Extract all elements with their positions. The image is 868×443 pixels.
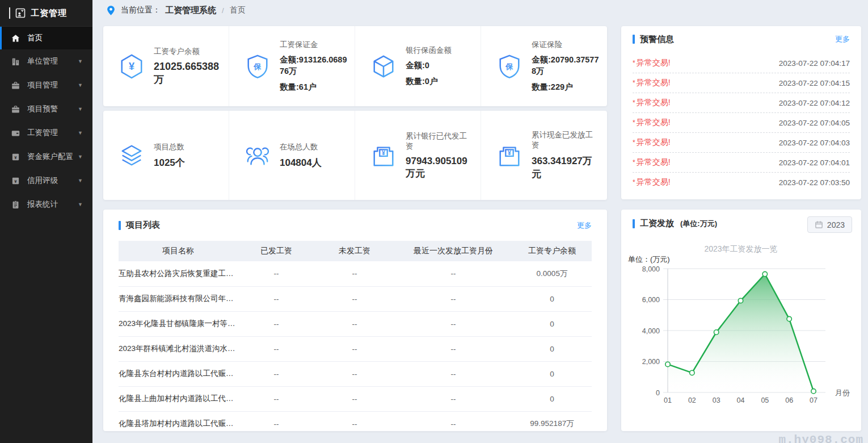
alert-item[interactable]: *异常交易!2023-07-22 07:04:01 <box>633 153 850 173</box>
table-row[interactable]: 2023年群科镇滩北村溢洪道沟水毁...------0 <box>119 336 592 361</box>
svg-text:保: 保 <box>253 62 262 71</box>
project-value-cell: -- <box>315 311 394 336</box>
table-row[interactable]: 2023年化隆县甘都镇隆康一村等6村...------0 <box>119 311 592 336</box>
shield-icon: 保 <box>245 53 271 80</box>
sidebar-menu: 首页单位管理▼项目管理▼项目预警▼工资管理▼¥资金账户配置▼¥信用评级▼报表统计… <box>0 27 92 216</box>
layers-icon <box>119 143 145 169</box>
sidebar-item-3[interactable]: 项目预警▼ <box>0 97 92 121</box>
svg-text:6,000: 6,000 <box>642 296 660 304</box>
alert-item[interactable]: *异常交易!2023-07-22 07:03:50 <box>633 173 850 189</box>
asterisk-icon: * <box>633 79 635 87</box>
svg-text:0: 0 <box>656 389 660 397</box>
table-row[interactable]: 化隆县塔加村村内道路以工代赈项目------99.952187万 <box>119 411 592 431</box>
svg-text:4,000: 4,000 <box>642 327 660 335</box>
asterisk-icon: * <box>633 59 635 67</box>
alert-text: *异常交易! <box>633 98 671 108</box>
chevron-down-icon: ▼ <box>78 106 83 112</box>
sidebar-item-5[interactable]: ¥资金账户配置▼ <box>0 145 92 169</box>
sidebar-item-0[interactable]: 首页 <box>0 27 92 49</box>
svg-text:07: 07 <box>810 396 818 404</box>
project-value-cell: -- <box>238 261 315 286</box>
asterisk-icon: * <box>633 139 635 147</box>
project-value-cell: -- <box>238 336 315 361</box>
stat-label: 累计银行已代发工资 <box>406 131 474 152</box>
project-value-cell: -- <box>315 386 394 411</box>
project-value-cell: -- <box>394 386 512 411</box>
breadcrumb-current[interactable]: 首页 <box>230 5 246 15</box>
wallet-icon <box>11 128 20 138</box>
stat-card-累计现金已发放工资: ¥累计现金已发放工资363.341927万元 <box>481 111 607 200</box>
alert-time: 2023-07-22 07:04:03 <box>779 139 850 147</box>
stats-row-2: 项目总数1025个在场总人数104804人¥累计银行已代发工资97943.905… <box>103 111 607 200</box>
column-header: 未发工资 <box>315 241 394 261</box>
project-value-cell: -- <box>315 336 394 361</box>
stat-card-累计银行已代发工资: ¥累计银行已代发工资97943.905109万元 <box>355 111 481 200</box>
project-name-cell: 青海鑫园新能源科技有限公司年产3... <box>119 286 238 311</box>
alert-text: *异常交易! <box>633 177 671 187</box>
table-row[interactable]: 化隆县东台村村内道路以工代赈项目------0 <box>119 361 592 386</box>
alert-text: *异常交易! <box>633 137 671 148</box>
cash-icon: ¥ <box>496 143 523 169</box>
alert-text: *异常交易! <box>633 157 671 168</box>
alert-time: 2023-07-22 07:04:05 <box>779 119 850 127</box>
project-name-cell: 互助县农村公路灾后恢复重建工程-2... <box>119 261 238 286</box>
alert-list: *异常交易!2023-07-22 07:04:17*异常交易!2023-07-2… <box>621 53 861 189</box>
project-name-cell: 化隆县塔加村村内道路以工代赈项目 <box>119 411 238 431</box>
breadcrumb-system-link[interactable]: 工资管理系统 <box>165 5 216 16</box>
column-header: 工资专户余额 <box>512 241 592 261</box>
sidebar-item-4[interactable]: 工资管理▼ <box>0 121 92 145</box>
stat-line: 金额:20790.375778万 <box>532 54 600 77</box>
table-row[interactable]: 互助县农村公路灾后恢复重建工程-2...------0.0005万 <box>119 261 592 286</box>
projects-more-link[interactable]: 更多 <box>577 220 592 231</box>
column-header: 项目名称 <box>119 241 238 261</box>
project-list-panel: 项目列表 更多 项目名称已发工资未发工资最近一次发放工资月份工资专户余额 互助县… <box>103 210 607 431</box>
project-value-cell: -- <box>394 336 512 361</box>
alert-item[interactable]: *异常交易!2023-07-22 07:04:15 <box>633 73 850 93</box>
stat-card-在场总人数: 在场总人数104804人 <box>229 111 355 200</box>
column-header: 已发工资 <box>238 241 315 261</box>
sidebar-item-label: 资金账户配置 <box>27 152 73 162</box>
project-table: 项目名称已发工资未发工资最近一次发放工资月份工资专户余额 互助县农村公路灾后恢复… <box>119 241 592 431</box>
home-icon <box>11 34 20 43</box>
alert-item[interactable]: *异常交易!2023-07-22 07:04:03 <box>633 133 850 153</box>
sidebar-item-2[interactable]: 项目管理▼ <box>0 73 92 97</box>
sidebar-item-7[interactable]: 报表统计▼ <box>0 193 92 216</box>
year-selector[interactable]: 2023 <box>807 216 852 233</box>
table-row[interactable]: 化隆县上曲加村村内道路以工代赈项目------0 <box>119 386 592 411</box>
yen-box-icon: ¥ <box>11 176 20 186</box>
breadcrumb-prefix: 当前位置： <box>121 5 161 15</box>
chevron-down-icon: ▼ <box>78 154 83 160</box>
stat-label: 保证保险 <box>532 40 600 50</box>
project-value-cell: 0 <box>512 336 592 361</box>
calendar-icon <box>815 220 823 229</box>
logo-bar <box>9 7 10 19</box>
breadcrumb-separator: / <box>222 6 224 15</box>
svg-text:06: 06 <box>785 396 793 404</box>
svg-text:保: 保 <box>505 62 513 71</box>
alert-item[interactable]: *异常交易!2023-07-22 07:04:17 <box>633 53 850 73</box>
project-value-cell: 99.952187万 <box>512 411 592 431</box>
right-column: 预警信息 更多 *异常交易!2023-07-22 07:04:17*异常交易!2… <box>621 26 861 431</box>
svg-text:¥: ¥ <box>129 60 135 72</box>
alerts-more-link[interactable]: 更多 <box>835 34 850 44</box>
sidebar-item-1[interactable]: 单位管理▼ <box>0 49 92 73</box>
project-value-cell: 0 <box>512 311 592 336</box>
stat-label: 在场总人数 <box>280 142 322 152</box>
stat-value: 363.341927万元 <box>532 154 600 181</box>
stat-card-工资专户余额: ¥工资专户余额21025.665388万 <box>103 26 229 106</box>
watermark: m.hy098.com <box>778 433 863 443</box>
alert-item[interactable]: *异常交易!2023-07-22 07:04:12 <box>633 93 850 113</box>
svg-text:¥: ¥ <box>14 178 17 183</box>
building-icon <box>11 57 20 66</box>
hexagon-yen-icon: ¥ <box>119 53 145 80</box>
sidebar-item-label: 首页 <box>27 33 43 43</box>
sidebar-item-6[interactable]: ¥信用评级▼ <box>0 169 92 193</box>
alerts-panel: 预警信息 更多 *异常交易!2023-07-22 07:04:17*异常交易!2… <box>621 26 861 199</box>
alert-item[interactable]: *异常交易!2023-07-22 07:04:05 <box>633 113 850 133</box>
alert-text: *异常交易! <box>633 118 671 128</box>
stat-value: 21025.665388万 <box>154 61 222 86</box>
project-value-cell: 0 <box>512 386 592 411</box>
table-row[interactable]: 青海鑫园新能源科技有限公司年产3...------0 <box>119 286 592 311</box>
project-value-cell: 0 <box>512 361 592 386</box>
svg-text:2,000: 2,000 <box>642 358 660 366</box>
